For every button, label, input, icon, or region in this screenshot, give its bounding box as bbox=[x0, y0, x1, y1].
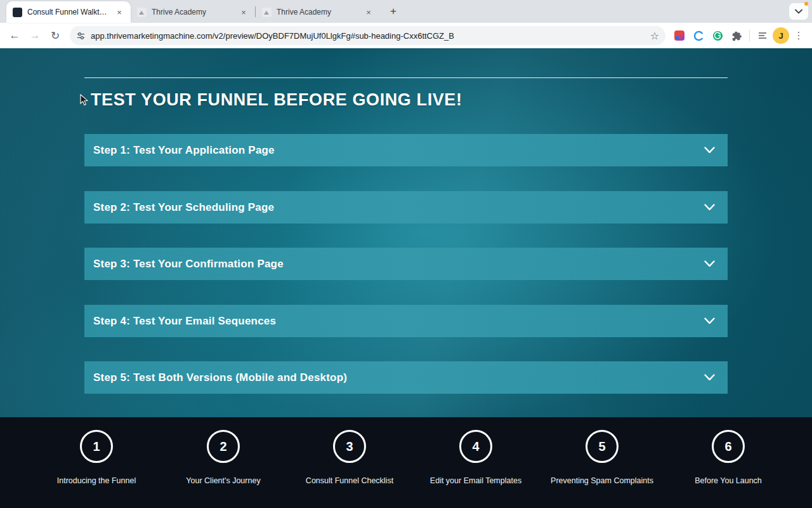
bookmark-star-icon[interactable]: ☆ bbox=[650, 30, 659, 42]
step-number-circle[interactable]: 4 bbox=[459, 430, 492, 463]
toolbar-divider bbox=[749, 30, 750, 41]
back-button[interactable]: ← bbox=[5, 26, 24, 45]
chevron-down-icon bbox=[795, 9, 802, 14]
accordion-label: Step 3: Test Your Confirmation Page bbox=[93, 258, 704, 271]
forward-button[interactable]: → bbox=[25, 26, 44, 45]
browser-window: Consult Funnel Walkthrough | × Thrive Ac… bbox=[0, 0, 812, 508]
extension-icon-blue-c[interactable] bbox=[690, 27, 707, 44]
step-label: Preventing Spam Complaints bbox=[551, 476, 653, 485]
site-settings-icon[interactable] bbox=[76, 31, 86, 41]
step-label: Before You Launch bbox=[695, 476, 762, 485]
tab-title: Consult Funnel Walkthrough | bbox=[27, 8, 109, 17]
close-tab-icon[interactable]: × bbox=[239, 7, 249, 17]
module-step-2[interactable]: 2 Your Client's Journey bbox=[160, 430, 287, 485]
tab-favicon bbox=[13, 8, 22, 17]
step-number-circle[interactable]: 5 bbox=[586, 430, 619, 463]
browser-toolbar: ← → ↻ app.thrivemarketingmachine.com/v2/… bbox=[0, 23, 812, 48]
step-number-circle[interactable]: 1 bbox=[80, 430, 113, 463]
tab-favicon bbox=[137, 8, 147, 17]
module-step-1[interactable]: 1 Introducing the Funnel bbox=[33, 430, 160, 485]
page-title: TEST YOUR FUNNEL BEFORE GOING LIVE! bbox=[91, 90, 462, 110]
tab-title: Thrive Academy bbox=[277, 8, 358, 17]
tab-thrive-academy-1[interactable]: Thrive Academy × bbox=[131, 1, 255, 23]
tab-title: Thrive Academy bbox=[152, 8, 233, 17]
page-content: TEST YOUR FUNNEL BEFORE GOING LIVE! Step… bbox=[0, 48, 812, 508]
accordion-label: Step 5: Test Both Versions (Mobile and D… bbox=[93, 371, 704, 384]
extension-icon-colorful[interactable] bbox=[671, 27, 688, 44]
module-step-4[interactable]: 4 Edit your Email Templates bbox=[412, 430, 539, 485]
step-label: Consult Funnel Checklist bbox=[306, 476, 393, 485]
chevron-down-icon bbox=[704, 318, 715, 324]
step-number-circle[interactable]: 2 bbox=[207, 430, 240, 463]
step-label: Your Client's Journey bbox=[186, 476, 260, 485]
accordion-step-3[interactable]: Step 3: Test Your Confirmation Page bbox=[84, 248, 728, 280]
accordion-step-4[interactable]: Step 4: Test Your Email Sequences bbox=[84, 305, 728, 337]
browser-menu-icon[interactable]: ⋮ bbox=[790, 27, 807, 44]
chevron-down-icon bbox=[704, 260, 715, 267]
extensions-puzzle-icon[interactable] bbox=[728, 27, 745, 44]
reading-list-icon[interactable] bbox=[754, 27, 771, 44]
profile-avatar[interactable]: J bbox=[773, 27, 789, 44]
tab-consult-funnel-walkthrough[interactable]: Consult Funnel Walkthrough | × bbox=[6, 1, 131, 23]
url-text[interactable]: app.thrivemarketingmachine.com/v2/previe… bbox=[91, 31, 645, 41]
chevron-down-icon bbox=[704, 374, 715, 381]
step-label: Introducing the Funnel bbox=[57, 476, 136, 485]
chevron-down-icon bbox=[704, 147, 715, 154]
new-tab-button[interactable]: + bbox=[385, 3, 402, 20]
module-step-3[interactable]: 3 Consult Funnel Checklist bbox=[286, 430, 413, 485]
address-bar[interactable]: app.thrivemarketingmachine.com/v2/previe… bbox=[70, 26, 665, 45]
tab-thrive-academy-2[interactable]: Thrive Academy × bbox=[256, 1, 380, 23]
accordion-step-1[interactable]: Step 1: Test Your Application Page bbox=[84, 134, 728, 166]
close-tab-icon[interactable]: × bbox=[114, 7, 124, 17]
tab-favicon bbox=[262, 8, 272, 17]
step-label: Edit your Email Templates bbox=[430, 476, 521, 485]
accordion-step-2[interactable]: Step 2: Test Your Scheduling Page bbox=[84, 191, 728, 224]
step-number-circle[interactable]: 6 bbox=[712, 430, 745, 463]
module-navigation-footer: 1 Introducing the Funnel 2 Your Client's… bbox=[0, 417, 812, 508]
recording-indicator-dot bbox=[804, 2, 808, 6]
section-divider-line bbox=[84, 77, 728, 78]
accordion-step-5[interactable]: Step 5: Test Both Versions (Mobile and D… bbox=[84, 361, 728, 394]
tab-strip: Consult Funnel Walkthrough | × Thrive Ac… bbox=[0, 0, 812, 23]
accordion-label: Step 4: Test Your Email Sequences bbox=[93, 315, 704, 328]
module-step-6[interactable]: 6 Before You Launch bbox=[665, 430, 792, 485]
accordion-label: Step 1: Test Your Application Page bbox=[93, 144, 704, 157]
close-tab-icon[interactable]: × bbox=[363, 7, 374, 17]
extension-icon-green[interactable] bbox=[709, 27, 726, 44]
step-number-circle[interactable]: 3 bbox=[333, 430, 366, 463]
reload-button[interactable]: ↻ bbox=[46, 26, 65, 45]
accordion-label: Step 2: Test Your Scheduling Page bbox=[93, 201, 704, 214]
chevron-down-icon bbox=[704, 204, 715, 211]
module-step-5[interactable]: 5 Preventing Spam Complaints bbox=[539, 430, 665, 485]
mouse-cursor bbox=[80, 94, 88, 106]
